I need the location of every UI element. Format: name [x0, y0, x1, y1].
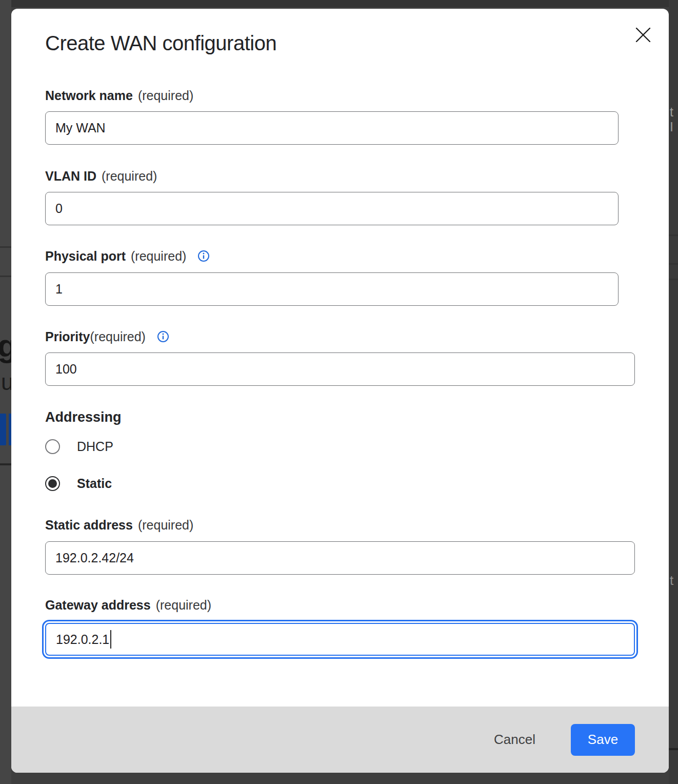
dimmed-page-right-edge: t I t — [669, 0, 678, 784]
required-hint: (required) — [138, 88, 193, 103]
gateway-address-label: Gateway address (required) — [45, 597, 646, 613]
dimmed-overlay-top — [0, 0, 678, 7]
background-text-fragment: g — [0, 327, 11, 364]
static-address-input[interactable] — [45, 541, 635, 575]
physical-port-input[interactable] — [45, 272, 619, 306]
required-hint: (required) — [90, 329, 146, 344]
gateway-address-input[interactable]: 192.0.2.1 — [45, 623, 635, 656]
vlan-id-label: VLAN ID (required) — [45, 168, 646, 184]
background-blue-button-fragment — [0, 414, 6, 445]
modal-title: Create WAN configuration — [45, 31, 646, 55]
dhcp-radio-button[interactable] — [45, 439, 60, 454]
required-hint: (required) — [138, 517, 193, 533]
static-address-label-text: Static address — [45, 517, 133, 533]
background-text-fragment: t I — [670, 105, 678, 134]
dhcp-radio-label: DHCP — [77, 439, 113, 454]
network-name-label: Network name (required) — [45, 88, 646, 103]
required-hint: (required) — [156, 597, 211, 613]
network-name-label-text: Network name — [45, 88, 133, 103]
network-name-input[interactable] — [45, 111, 619, 145]
modal-footer: Cancel Save — [11, 707, 669, 773]
background-text-fragment: u — [1, 369, 11, 395]
background-table-line — [0, 276, 11, 277]
background-table-line — [0, 246, 11, 248]
priority-label-text: Priority — [45, 329, 90, 344]
static-radio-button[interactable] — [45, 476, 60, 491]
static-address-label: Static address (required) — [45, 517, 646, 533]
vlan-id-label-text: VLAN ID — [45, 168, 96, 184]
required-hint: (required) — [102, 168, 157, 184]
physical-port-label-text: Physical port — [45, 248, 126, 264]
text-cursor — [110, 630, 111, 649]
physical-port-label: Physical port (required) — [45, 248, 646, 264]
background-table-line — [0, 463, 11, 465]
background-table-line — [669, 234, 678, 236]
save-button[interactable]: Save — [571, 724, 635, 756]
background-table-line — [669, 263, 678, 265]
cancel-button[interactable]: Cancel — [486, 727, 544, 753]
vlan-id-input[interactable] — [45, 192, 619, 225]
background-text-fragment: t — [670, 573, 673, 589]
background-table-line — [669, 748, 678, 750]
priority-label: Priority (required) — [45, 329, 646, 344]
dimmed-page-left-edge: g u — [0, 0, 11, 784]
static-radio-label: Static — [77, 476, 112, 491]
create-wan-configuration-modal: Create WAN configuration Network name (r… — [11, 9, 669, 773]
addressing-option-static[interactable]: Static — [45, 476, 646, 491]
addressing-heading: Addressing — [45, 409, 646, 425]
priority-info-icon[interactable] — [157, 330, 169, 343]
gateway-address-value: 192.0.2.1 — [56, 632, 109, 647]
gateway-address-label-text: Gateway address — [45, 597, 151, 613]
priority-input[interactable] — [45, 352, 635, 386]
background-table-line — [669, 279, 678, 280]
physical-port-info-icon[interactable] — [197, 250, 210, 262]
addressing-option-dhcp[interactable]: DHCP — [45, 439, 646, 454]
required-hint: (required) — [131, 248, 186, 264]
